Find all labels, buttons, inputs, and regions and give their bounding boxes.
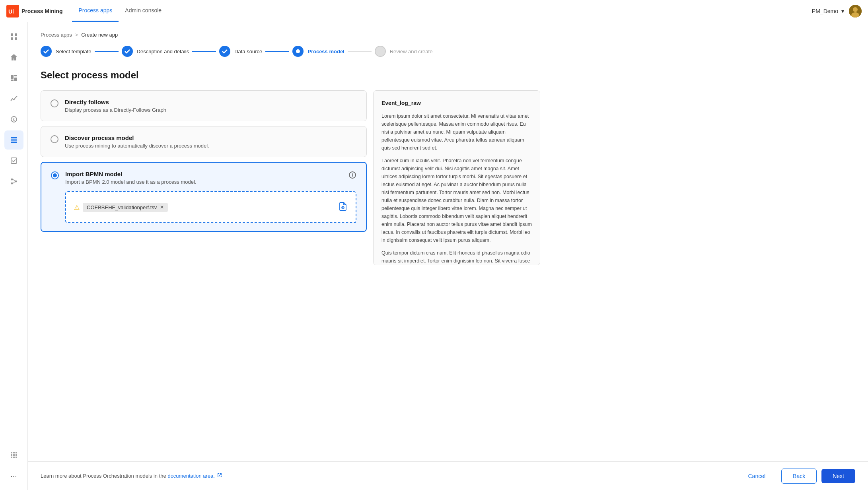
app-logo: Ui Process Mining xyxy=(6,5,62,18)
sidebar-item-analytics[interactable] xyxy=(4,89,23,108)
svg-rect-17 xyxy=(11,142,17,143)
file-remove-button[interactable]: ✕ xyxy=(160,205,164,210)
info-panel-para-2: Laoreet cum in iaculis velit. Pharetra n… xyxy=(381,157,532,244)
sidebar-more[interactable]: ··· xyxy=(4,466,23,485)
tab-admin-console[interactable]: Admin console xyxy=(119,0,168,22)
tasks-icon xyxy=(10,157,18,165)
svg-rect-9 xyxy=(11,75,14,79)
svg-text:$: $ xyxy=(13,118,15,122)
warning-icon: ⚠ xyxy=(74,204,80,211)
user-name: PM_Demo xyxy=(812,8,838,14)
upload-icon[interactable] xyxy=(338,202,348,213)
svg-rect-16 xyxy=(11,140,17,141)
svg-rect-6 xyxy=(15,33,17,36)
svg-rect-26 xyxy=(16,452,17,453)
svg-point-21 xyxy=(11,183,13,185)
footer-actions: Cancel Back Next xyxy=(737,469,855,484)
sidebar-item-apps[interactable] xyxy=(4,27,23,46)
option-content-2: Discover process model Use process minin… xyxy=(65,134,357,149)
svg-rect-18 xyxy=(11,158,17,163)
option-title-1: Directly follows xyxy=(65,99,357,105)
step-connector-2 xyxy=(192,51,216,52)
option-title-2: Discover process model xyxy=(65,134,357,141)
step-process-model: Process model xyxy=(292,46,344,57)
step-connector-4 xyxy=(348,51,372,52)
svg-rect-32 xyxy=(16,457,17,458)
sidebar-item-savings[interactable]: $ xyxy=(4,110,23,129)
sidebar-item-tasks[interactable] xyxy=(4,151,23,170)
dashboard-icon xyxy=(10,74,18,82)
info-panel-title: Event_log_raw xyxy=(381,99,532,107)
upload-area[interactable]: ⚠ COEBBEHF_validationperf.tsv ✕ xyxy=(65,191,356,223)
integrations-icon xyxy=(10,177,18,185)
svg-text:i: i xyxy=(352,173,353,177)
svg-rect-28 xyxy=(13,454,15,456)
footer-text-before-link: Learn more about Process Orchestration m… xyxy=(41,473,166,479)
option-content-1: Directly follows Display process as a Di… xyxy=(65,99,357,113)
svg-rect-7 xyxy=(11,37,13,40)
content: Process apps > Create new app Select tem… xyxy=(28,22,868,461)
step-circle-3 xyxy=(219,46,230,57)
breadcrumb-current: Create new app xyxy=(81,32,118,38)
avatar[interactable] xyxy=(849,5,862,18)
analytics-icon xyxy=(10,95,18,103)
option-desc-3: Import a BPMN 2.0 model and use it as a … xyxy=(65,179,356,185)
svg-rect-27 xyxy=(11,454,12,456)
info-panel-para-3: Quis tempor dictum cras nam. Elit rhoncu… xyxy=(381,249,532,265)
step-circle-4 xyxy=(292,46,304,57)
step-label-2: Description and details xyxy=(137,49,189,54)
svg-rect-29 xyxy=(16,454,17,456)
option-desc-1: Display process as a Directly-Follows Gr… xyxy=(65,107,357,113)
svg-rect-31 xyxy=(13,457,15,458)
cancel-button[interactable]: Cancel xyxy=(737,469,777,483)
tab-process-apps[interactable]: Process apps xyxy=(72,0,119,22)
option-discover-process[interactable]: Discover process model Use process minin… xyxy=(41,126,367,157)
breadcrumb-separator: > xyxy=(75,32,78,38)
step-description: Description and details xyxy=(122,46,189,57)
info-panel-para-1: Lorem ipsum dolor sit amet consectetur. … xyxy=(381,112,532,152)
sidebar-item-integrations[interactable] xyxy=(4,172,23,191)
step-circle-2 xyxy=(122,46,133,57)
uipath-brand: Ui Process Mining xyxy=(6,5,62,18)
next-button[interactable]: Next xyxy=(821,469,855,483)
breadcrumb-parent[interactable]: Process apps xyxy=(41,32,72,38)
breadcrumb: Process apps > Create new app xyxy=(41,32,855,38)
sidebar-item-dashboard[interactable] xyxy=(4,68,23,88)
option-header-3: Import BPMN model i xyxy=(65,171,356,179)
step-select-template: Select template xyxy=(41,46,91,57)
svg-point-3 xyxy=(853,7,858,12)
svg-rect-10 xyxy=(14,75,17,76)
layout: $ xyxy=(0,22,868,490)
option-directly-follows[interactable]: Directly follows Display process as a Di… xyxy=(41,90,367,121)
option-import-bpmn[interactable]: Import BPMN model i Import a BPMN 2.0 mo… xyxy=(41,162,367,232)
svg-point-19 xyxy=(11,179,13,181)
svg-rect-25 xyxy=(13,452,15,453)
footer-doc-link[interactable]: documentation area. xyxy=(167,473,215,479)
step-review: Review and create xyxy=(375,46,433,57)
user-menu[interactable]: PM_Demo ▾ xyxy=(812,8,844,14)
topnav-right: PM_Demo ▾ xyxy=(812,5,862,18)
external-link-icon xyxy=(217,473,222,478)
radio-discover-process[interactable] xyxy=(51,135,58,143)
svg-rect-30 xyxy=(11,457,12,458)
chevron-down-icon: ▾ xyxy=(841,8,844,14)
step-label-3: Data source xyxy=(234,49,262,54)
svg-rect-24 xyxy=(11,452,12,453)
sidebar-item-data[interactable] xyxy=(4,130,23,150)
back-button[interactable]: Back xyxy=(781,469,817,484)
data-icon xyxy=(10,136,18,144)
grid-icon xyxy=(10,451,18,459)
step-connector-3 xyxy=(265,51,289,52)
info-icon[interactable]: i xyxy=(348,171,356,179)
option-title-3: Import BPMN model xyxy=(65,171,122,177)
sidebar-item-home[interactable] xyxy=(4,48,23,67)
svg-rect-8 xyxy=(15,37,17,40)
file-name: COEBBEHF_validationperf.tsv xyxy=(87,204,157,210)
options-area: Directly follows Display process as a Di… xyxy=(41,90,855,265)
stepper: Select template Description and details xyxy=(41,46,855,57)
savings-icon: $ xyxy=(10,115,18,123)
radio-directly-follows[interactable] xyxy=(51,99,58,107)
svg-line-23 xyxy=(13,182,15,183)
radio-import-bpmn[interactable] xyxy=(51,171,59,179)
sidebar-item-grid[interactable] xyxy=(4,445,23,465)
